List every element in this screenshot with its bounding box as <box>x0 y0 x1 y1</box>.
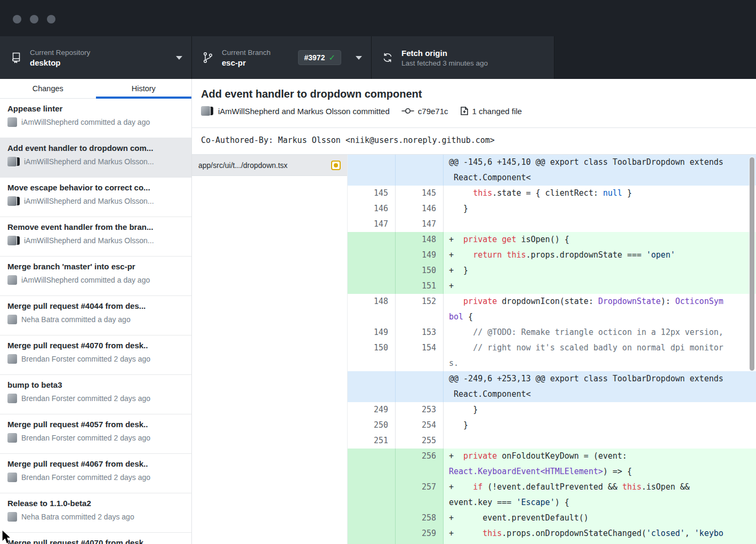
sidebar: Changes History Appease linteriAmWillShe… <box>0 79 192 544</box>
diff-row: 250254 } <box>348 418 756 433</box>
new-line-number: 254 <box>396 418 444 433</box>
diff-code: // right now it's scaled badly on normal… <box>444 340 756 371</box>
fetch-origin-button[interactable]: Fetch origin Last fetched 3 minutes ago <box>372 36 554 79</box>
commit-list-item[interactable]: bump to beta3Brendan Forster committed 2… <box>0 375 191 414</box>
new-line-number: 257 <box>396 479 444 510</box>
file-diff-icon <box>460 107 469 115</box>
new-line-number <box>396 371 444 402</box>
file-path: app/src/ui/t.../dropdown.tsx <box>198 161 331 170</box>
commit-list-item[interactable]: Merge pull request #4057 from desk..Bren… <box>0 414 191 454</box>
commit-list-item[interactable]: Merge pull request #4070 from desk..Bren… <box>0 335 191 375</box>
commit-page-title: Add event handler to dropdown component <box>201 87 747 101</box>
commit-title: Add event handler to dropdown com... <box>7 143 184 153</box>
toolbar: Current Repository desktop Current Branc… <box>0 36 756 79</box>
commit-meta-text: iAmWillShepherd committed a day ago <box>21 118 150 126</box>
chevron-down-icon <box>356 56 362 60</box>
avatar <box>7 236 20 245</box>
diff-row: @@ -249,6 +253,13 @@ export class Toolba… <box>348 371 756 402</box>
commit-list-item[interactable]: Merge branch 'master' into esc-priAmWill… <box>0 257 191 296</box>
new-line-number: 149 <box>396 247 444 263</box>
branch-name: esc-pr <box>222 58 271 67</box>
diff-scrollbar-thumb[interactable] <box>750 157 754 371</box>
diff-code: @@ -145,6 +145,10 @@ export class Toolba… <box>444 155 756 186</box>
diff-code: + return this.props.dropdownState === 'o… <box>444 247 756 263</box>
diff-code <box>444 217 756 232</box>
check-icon: ✓ <box>328 53 335 62</box>
mouse-cursor <box>0 530 13 544</box>
fetch-title: Fetch origin <box>401 49 488 58</box>
diff-row: 256+ private onFoldoutKeyDown = (event: … <box>348 449 756 479</box>
commit-meta: iAmWillShepherd and Markus Olsson... <box>7 157 184 166</box>
new-line-number: 253 <box>396 402 444 418</box>
commit-meta: iAmWillShepherd and Markus Olsson... <box>7 236 184 245</box>
diff-code: } <box>444 418 756 433</box>
content: Changes History Appease linteriAmWillShe… <box>0 79 756 544</box>
commit-list-item[interactable]: Add event handler to dropdown com...iAmW… <box>0 138 191 178</box>
diff-row: 148152 private dropdownIcon(state: Dropd… <box>348 294 756 325</box>
commit-meta-text: Neha Batra committed 2 days ago <box>21 513 134 521</box>
chevron-down-icon <box>176 56 182 60</box>
diff-row: 150154 // right now it's scaled badly on… <box>348 340 756 371</box>
tab-history[interactable]: History <box>96 79 192 98</box>
commit-title: Merge pull request #4044 from des... <box>7 301 184 310</box>
commit-description: Co-Authored-By: Markus Olsson <niik@user… <box>192 128 756 155</box>
commit-list-item[interactable]: Merge pull request #4044 from des...Neha… <box>0 296 191 335</box>
modified-status-icon <box>331 161 341 170</box>
commit-list-item[interactable]: Appease linteriAmWillShepherd committed … <box>0 99 191 138</box>
diff-row: 145145 this.state = { clientRect: null } <box>348 186 756 201</box>
diff-row: 251255 <box>348 433 756 449</box>
diff-row: 150+ } <box>348 263 756 278</box>
titlebar <box>0 0 756 36</box>
diff-code: } <box>444 201 756 217</box>
repository-name: desktop <box>30 58 90 67</box>
tab-changes[interactable]: Changes <box>0 79 96 98</box>
commit-list-item[interactable]: Release to 1.1.0-beta2Neha Batra committ… <box>0 493 191 533</box>
commit-title: Move escape behavior to correct co... <box>7 183 184 192</box>
traffic-light-close[interactable] <box>13 15 21 23</box>
diff-code: + if (!event.defaultPrevented && this.is… <box>444 479 756 510</box>
file-list-item[interactable]: app/src/ui/t.../dropdown.tsx <box>192 155 347 176</box>
commit-list-item[interactable]: Move escape behavior to correct co...iAm… <box>0 178 191 217</box>
git-commit-icon <box>401 107 414 115</box>
avatar <box>7 117 17 127</box>
diff-code: this.state = { clientRect: null } <box>444 186 756 201</box>
commit-title: Merge pull request #4057 from desk.. <box>7 420 184 429</box>
old-line-number <box>348 526 396 544</box>
old-line-number: 150 <box>348 340 396 371</box>
commit-meta: iAmWillShepherd committed a day ago <box>7 275 184 285</box>
commit-list-item[interactable]: Merge pull request #4070 from desk..Bren… <box>0 533 191 544</box>
commit-meta: Neha Batra committed 2 days ago <box>7 512 184 522</box>
old-line-number: 147 <box>348 217 396 232</box>
avatar <box>7 157 20 166</box>
traffic-light-zoom[interactable] <box>47 15 55 23</box>
diff-code: + <box>444 278 756 294</box>
commit-meta-row: iAmWillShepherd and Markus Olsson commit… <box>201 106 747 116</box>
diff-code: // @TODO: Remake triangle octicon in a 1… <box>444 325 756 340</box>
diff-row: @@ -145,6 +145,10 @@ export class Toolba… <box>348 155 756 186</box>
old-line-number: 148 <box>348 294 396 325</box>
traffic-light-minimize[interactable] <box>30 15 38 23</box>
new-line-number: 145 <box>396 186 444 201</box>
new-line-number: 256 <box>396 449 444 479</box>
commit-title: Merge pull request #4070 from desk.. <box>7 341 184 350</box>
changed-files-count: 1 changed file <box>472 107 522 116</box>
new-line-number: 147 <box>396 217 444 232</box>
new-line-number <box>396 155 444 186</box>
commit-meta: Brendan Forster committed 2 days ago <box>7 433 184 443</box>
file-diff-area: app/src/ui/t.../dropdown.tsx @@ -145,6 +… <box>192 155 756 544</box>
commit-list-item[interactable]: Merge pull request #4067 from desk..Bren… <box>0 454 191 493</box>
commit-title: Release to 1.1.0-beta2 <box>7 499 184 508</box>
commit-summary: Add event handler to dropdown component … <box>192 79 756 128</box>
commit-meta-text: iAmWillShepherd committed a day ago <box>21 276 150 284</box>
book-icon <box>10 51 22 64</box>
old-line-number <box>348 232 396 247</box>
diff-code: } <box>444 402 756 418</box>
new-line-number: 153 <box>396 325 444 340</box>
avatar <box>7 275 17 285</box>
commit-meta: Neha Batra committed a day ago <box>7 315 184 324</box>
branch-picker-button[interactable]: Current Branch esc-pr #3972 ✓ <box>192 36 372 79</box>
avatar <box>7 394 17 403</box>
repository-picker-button[interactable]: Current Repository desktop <box>0 36 192 79</box>
commit-list-item[interactable]: Remove event handler from the bran...iAm… <box>0 217 191 257</box>
pr-number: #3972 <box>304 53 325 62</box>
